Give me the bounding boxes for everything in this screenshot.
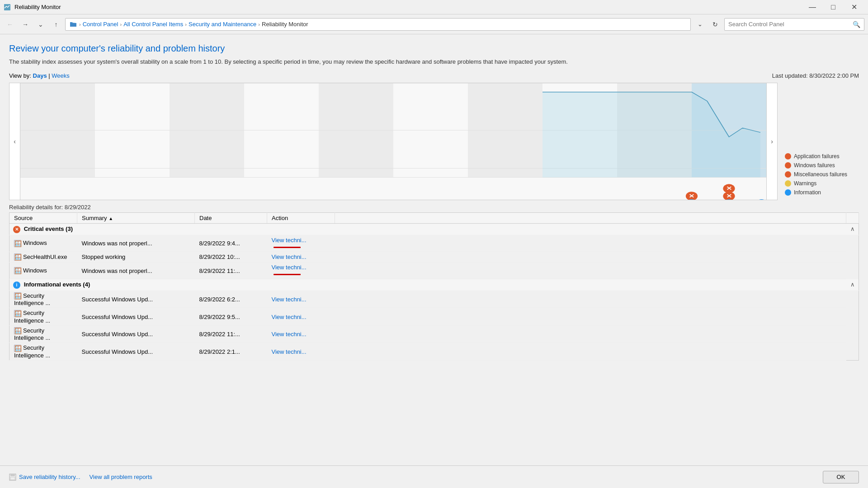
row-source: 🪟Windows bbox=[9, 263, 77, 279]
footer: Save reliability history... View all pro… bbox=[0, 465, 868, 488]
table-row[interactable]: 🪟Security Intelligence ... Successful Wi… bbox=[9, 325, 859, 343]
view-days-link[interactable]: Days bbox=[33, 72, 47, 79]
critical-section-header[interactable]: ✕ Critical events (3) ∧ bbox=[9, 224, 859, 235]
table-row[interactable]: 🪟Windows Windows was not properl... 8/29… bbox=[9, 263, 859, 279]
row-date: 8/29/2022 11:... bbox=[195, 263, 267, 279]
info-section-icon: i bbox=[13, 282, 20, 289]
row-date: 8/29/2022 6:2... bbox=[195, 291, 267, 308]
chart-scroll-left[interactable]: ‹ bbox=[9, 83, 20, 200]
legend-misc-failures: Miscellaneous failures bbox=[785, 171, 852, 178]
col-summary[interactable]: Summary ▲ bbox=[77, 213, 195, 224]
legend-warnings: Warnings bbox=[785, 180, 852, 187]
view-techni-link-3[interactable]: View techni... bbox=[272, 264, 307, 271]
row-spacer bbox=[335, 263, 846, 279]
legend-information: Information bbox=[785, 189, 852, 196]
row-spacer bbox=[335, 291, 846, 308]
windows-icon: 🪟 bbox=[14, 240, 21, 247]
svg-rect-45 bbox=[10, 477, 15, 480]
info-collapse-button[interactable]: ∧ bbox=[850, 281, 855, 288]
table-row[interactable]: 🪟Security Intelligence ... Successful Wi… bbox=[9, 308, 859, 326]
chart-scroll-right[interactable]: › bbox=[766, 83, 777, 200]
row-spacer bbox=[335, 343, 846, 361]
security-icon-4: 🪟 bbox=[14, 345, 21, 352]
details-title: Reliability details for: 8/29/2022 bbox=[9, 204, 859, 211]
breadcrumb-sep-3: › bbox=[258, 22, 260, 27]
row-summary: Successful Windows Upd... bbox=[77, 308, 195, 326]
forward-button[interactable]: → bbox=[19, 18, 32, 31]
col-action[interactable]: Action bbox=[267, 213, 335, 224]
page-description: The stability index assesses your system… bbox=[9, 58, 588, 65]
table-row[interactable]: 🪟Security Intelligence ... Successful Wi… bbox=[9, 343, 859, 361]
legend-red-dot bbox=[785, 153, 791, 160]
recent-locations-button[interactable]: ⌄ bbox=[34, 18, 47, 31]
row-action: View techni... bbox=[267, 343, 335, 361]
critical-collapse-button[interactable]: ∧ bbox=[850, 225, 855, 232]
row-source: 🪟Security Intelligence ... bbox=[9, 343, 77, 361]
row-action: View techni... bbox=[267, 263, 335, 279]
col-source[interactable]: Source bbox=[9, 213, 77, 224]
info-section-header[interactable]: i Informational events (4) ∧ bbox=[9, 279, 859, 291]
legend-windows-failures-label: Windows failures bbox=[794, 162, 835, 169]
row-action: View techni... bbox=[267, 308, 335, 326]
footer-links: Save reliability history... View all pro… bbox=[9, 474, 152, 481]
svg-rect-44 bbox=[10, 474, 15, 476]
legend-yellow-dot bbox=[785, 180, 791, 187]
breadcrumb-sep-1: › bbox=[120, 22, 122, 27]
refresh-button[interactable]: ↻ bbox=[709, 18, 722, 31]
row-source: 🪟Security Intelligence ... bbox=[9, 308, 77, 326]
stability-chart: ‹ bbox=[9, 83, 778, 200]
close-button[interactable]: ✕ bbox=[844, 0, 864, 14]
breadcrumb-current: Reliability Monitor bbox=[262, 21, 308, 28]
row-spacer bbox=[335, 308, 846, 326]
back-button[interactable]: ← bbox=[4, 18, 16, 31]
table-row[interactable]: 🪟SecHealthUI.exe Stopped working 8/29/20… bbox=[9, 252, 859, 263]
table-row[interactable]: 🪟Windows Windows was not properl... 8/29… bbox=[9, 235, 859, 252]
breadcrumb-all-items[interactable]: All Control Panel Items bbox=[123, 21, 183, 28]
save-history-link[interactable]: Save reliability history... bbox=[9, 474, 80, 481]
breadcrumb-dropdown-button[interactable]: ⌄ bbox=[693, 18, 706, 31]
row-source: 🪟Security Intelligence ... bbox=[9, 325, 77, 343]
address-bar: ← → ⌄ ↑ › Control Panel › All Control Pa… bbox=[0, 14, 868, 34]
breadcrumb-control-panel[interactable]: Control Panel bbox=[83, 21, 118, 28]
up-button[interactable]: ↑ bbox=[50, 18, 62, 31]
breadcrumb-security[interactable]: Security and Maintenance bbox=[189, 21, 256, 28]
breadcrumb-sep-2: › bbox=[185, 22, 187, 27]
view-weeks-link[interactable]: Weeks bbox=[52, 72, 70, 79]
maximize-button[interactable]: □ bbox=[823, 0, 844, 14]
critical-section-icon: ✕ bbox=[13, 226, 20, 233]
search-input[interactable] bbox=[728, 21, 853, 28]
view-techni-link-1[interactable]: View techni... bbox=[272, 237, 307, 244]
chart-main: 10 5 1 ✕ ✕ ✕ bbox=[20, 83, 766, 200]
view-techni-link-2[interactable]: View techni... bbox=[272, 253, 307, 260]
legend-app-failures: Application failures bbox=[785, 153, 852, 160]
title-bar: Reliability Monitor — □ ✕ bbox=[0, 0, 868, 14]
chart-svg: 10 5 1 ✕ ✕ ✕ bbox=[20, 83, 766, 200]
row-source: 🪟SecHealthUI.exe bbox=[9, 252, 77, 263]
row-summary: Successful Windows Upd... bbox=[77, 343, 195, 361]
save-icon bbox=[9, 474, 16, 481]
row-date: 8/29/2022 10:... bbox=[195, 252, 267, 263]
red-underline-1 bbox=[274, 247, 301, 248]
details-table: Source Summary ▲ Date Action ✕ Critical … bbox=[9, 212, 859, 361]
svg-text:✕: ✕ bbox=[726, 185, 732, 192]
row-date: 8/29/2022 2:1... bbox=[195, 343, 267, 361]
view-techni-link-6[interactable]: View techni... bbox=[272, 331, 307, 338]
view-techni-link-5[interactable]: View techni... bbox=[272, 314, 307, 320]
row-action: View techni... bbox=[267, 252, 335, 263]
row-spacer bbox=[335, 235, 846, 252]
row-action: View techni... bbox=[267, 325, 335, 343]
legend-red-dot-2 bbox=[785, 162, 791, 169]
col-collapse bbox=[846, 213, 859, 224]
breadcrumb-sep-0: › bbox=[79, 22, 81, 27]
table-row[interactable]: 🪟Security Intelligence ... Successful Wi… bbox=[9, 291, 859, 308]
minimize-button[interactable]: — bbox=[802, 0, 823, 14]
main-content: Review your computer's reliability and p… bbox=[0, 34, 868, 488]
view-all-reports-label: View all problem reports bbox=[90, 474, 152, 480]
last-updated: Last updated: 8/30/2022 2:00 PM bbox=[772, 72, 859, 79]
legend-red-dot-3 bbox=[785, 171, 791, 178]
col-date[interactable]: Date bbox=[195, 213, 267, 224]
ok-button[interactable]: OK bbox=[823, 471, 859, 483]
view-all-reports-link[interactable]: View all problem reports bbox=[90, 474, 152, 480]
view-techni-link-7[interactable]: View techni... bbox=[272, 348, 307, 355]
view-techni-link-4[interactable]: View techni... bbox=[272, 296, 307, 303]
